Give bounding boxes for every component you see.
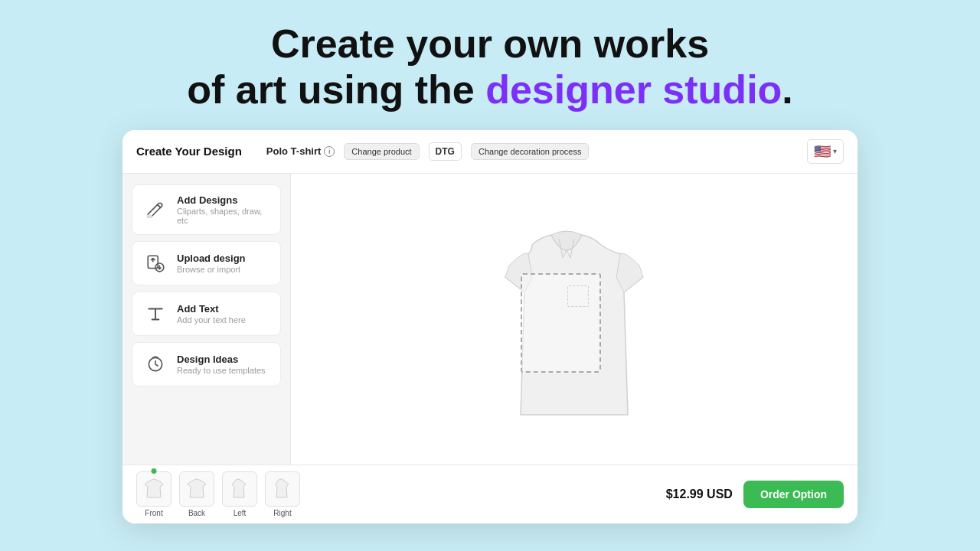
upload-design-subtitle: Browse or import: [177, 265, 246, 274]
thumb-front[interactable]: Front: [136, 471, 172, 517]
headline-line1: Create your own works: [271, 21, 709, 66]
price-order-section: $12.99 USD Order Option: [666, 481, 844, 508]
app-header: Create Your Design Polo T-shirt i Change…: [122, 130, 858, 174]
tshirt-container: [475, 201, 674, 438]
dtg-badge: DTG: [429, 142, 462, 161]
language-selector[interactable]: 🇺🇸 ▾: [807, 139, 844, 164]
headline-highlight: designer studio: [485, 67, 782, 112]
template-icon: [143, 352, 168, 377]
thumb-left-label: Left: [234, 509, 247, 517]
sidebar-item-add-text[interactable]: Add Text Add your text here: [132, 292, 281, 336]
thumb-left[interactable]: Left: [222, 471, 257, 517]
thumb-right[interactable]: Right: [265, 471, 300, 517]
sidebar: Add Designs Cliparts, shapes, draw, etc …: [122, 174, 291, 465]
thumb-back-box: [179, 471, 214, 507]
upload-icon: [143, 251, 168, 276]
app-title: Create Your Design: [136, 145, 242, 158]
active-indicator: [152, 468, 157, 474]
thumb-right-box: [265, 471, 300, 507]
change-product-button[interactable]: Change product: [344, 143, 419, 160]
app-body: Add Designs Cliparts, shapes, draw, etc …: [122, 174, 858, 465]
headline: Create your own works of art using the d…: [187, 21, 793, 113]
product-name: Polo T-shirt: [266, 145, 322, 157]
thumb-left-box: [222, 471, 257, 507]
design-area: [521, 273, 601, 373]
sidebar-item-upload-design[interactable]: Upload design Browse or import: [132, 241, 281, 285]
thumb-front-box: [136, 471, 172, 507]
thumb-back[interactable]: Back: [179, 471, 214, 517]
add-designs-title: Add Designs: [177, 194, 270, 206]
price-label: $12.99 USD: [666, 487, 733, 501]
svg-rect-0: [147, 214, 152, 217]
sidebar-item-add-designs[interactable]: Add Designs Cliparts, shapes, draw, etc: [132, 184, 281, 235]
product-label: Polo T-shirt i: [266, 145, 335, 157]
thumb-back-label: Back: [188, 509, 205, 517]
thumbnail-row: Front Back Left: [136, 471, 300, 517]
design-ideas-subtitle: Ready to use templates: [177, 366, 266, 375]
upload-design-title: Upload design: [177, 253, 246, 264]
design-area-inner: [567, 285, 589, 307]
add-text-title: Add Text: [177, 303, 246, 315]
canvas-area: [291, 174, 858, 465]
add-text-subtitle: Add your text here: [177, 315, 246, 324]
flag-icon: 🇺🇸: [814, 143, 831, 160]
brush-icon: [143, 197, 168, 222]
chevron-down-icon: ▾: [833, 147, 837, 155]
sidebar-item-design-ideas[interactable]: Design Ideas Ready to use templates: [132, 342, 281, 386]
headline-line2-prefix: of art using the: [187, 67, 485, 112]
add-designs-subtitle: Cliparts, shapes, draw, etc: [177, 207, 270, 225]
text-icon: [143, 302, 168, 326]
headline-line2-suffix: .: [782, 67, 792, 112]
bottom-strip: Front Back Left: [122, 465, 858, 523]
thumb-front-label: Front: [145, 509, 162, 517]
product-info-icon[interactable]: i: [324, 146, 335, 157]
thumb-right-label: Right: [273, 509, 291, 517]
order-option-button[interactable]: Order Option: [743, 481, 844, 508]
app-window: Create Your Design Polo T-shirt i Change…: [122, 130, 858, 523]
change-decoration-button[interactable]: Change decoration process: [471, 143, 590, 160]
design-ideas-title: Design Ideas: [177, 354, 266, 365]
